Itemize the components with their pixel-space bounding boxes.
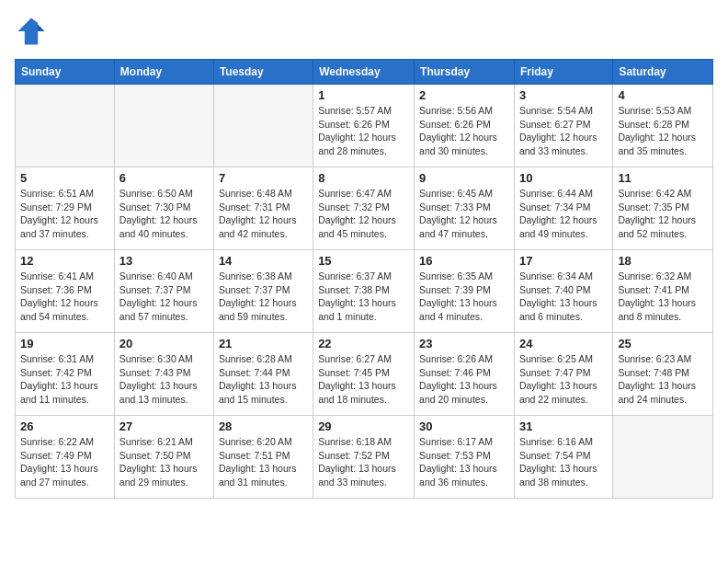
day-number: 8 [318, 171, 409, 185]
day-info: Sunrise: 6:20 AM Sunset: 7:51 PM Dayligh… [219, 435, 308, 489]
day-info: Sunrise: 6:47 AM Sunset: 7:32 PM Dayligh… [318, 187, 409, 241]
day-number: 31 [519, 419, 608, 433]
day-number: 5 [20, 171, 109, 185]
calendar-cell: 22Sunrise: 6:27 AM Sunset: 7:45 PM Dayli… [313, 333, 415, 416]
calendar-cell [114, 85, 213, 167]
calendar-cell: 31Sunrise: 6:16 AM Sunset: 7:54 PM Dayli… [514, 416, 612, 499]
calendar-cell: 7Sunrise: 6:48 AM Sunset: 7:31 PM Daylig… [213, 167, 313, 250]
day-number: 3 [519, 88, 608, 102]
calendar-cell: 2Sunrise: 5:56 AM Sunset: 6:26 PM Daylig… [415, 85, 515, 167]
calendar-cell: 29Sunrise: 6:18 AM Sunset: 7:52 PM Dayli… [313, 416, 415, 499]
day-info: Sunrise: 6:30 AM Sunset: 7:43 PM Dayligh… [119, 352, 209, 407]
day-info: Sunrise: 6:26 AM Sunset: 7:46 PM Dayligh… [419, 352, 509, 407]
calendar-cell: 5Sunrise: 6:51 AM Sunset: 7:29 PM Daylig… [16, 167, 115, 250]
day-number: 26 [20, 419, 109, 433]
day-info: Sunrise: 5:54 AM Sunset: 6:27 PM Dayligh… [519, 104, 608, 158]
day-info: Sunrise: 6:16 AM Sunset: 7:54 PM Dayligh… [519, 435, 608, 489]
day-info: Sunrise: 6:35 AM Sunset: 7:39 PM Dayligh… [419, 270, 509, 324]
day-info: Sunrise: 6:32 AM Sunset: 7:41 PM Dayligh… [618, 270, 708, 324]
header-sunday: Sunday [16, 60, 115, 85]
day-number: 24 [519, 337, 608, 350]
day-info: Sunrise: 6:27 AM Sunset: 7:45 PM Dayligh… [318, 352, 409, 407]
header-friday: Friday [514, 60, 612, 85]
day-info: Sunrise: 6:17 AM Sunset: 7:53 PM Dayligh… [419, 435, 509, 489]
calendar-cell: 9Sunrise: 6:45 AM Sunset: 7:33 PM Daylig… [415, 167, 515, 250]
logo [15, 15, 51, 48]
header-tuesday: Tuesday [213, 60, 313, 85]
calendar-cell: 17Sunrise: 6:34 AM Sunset: 7:40 PM Dayli… [514, 250, 612, 333]
calendar-cell: 30Sunrise: 6:17 AM Sunset: 7:53 PM Dayli… [415, 416, 515, 499]
day-info: Sunrise: 6:50 AM Sunset: 7:30 PM Dayligh… [119, 187, 209, 241]
day-info: Sunrise: 6:31 AM Sunset: 7:42 PM Dayligh… [20, 352, 109, 407]
day-number: 1 [318, 88, 409, 102]
day-number: 17 [519, 254, 608, 268]
header-thursday: Thursday [415, 60, 515, 85]
day-number: 30 [419, 419, 509, 433]
week-row-3: 19Sunrise: 6:31 AM Sunset: 7:42 PM Dayli… [16, 333, 713, 416]
day-number: 28 [219, 419, 308, 433]
day-number: 2 [419, 88, 509, 102]
calendar-cell: 21Sunrise: 6:28 AM Sunset: 7:44 PM Dayli… [213, 333, 313, 416]
day-number: 9 [419, 171, 509, 185]
calendar-cell: 3Sunrise: 5:54 AM Sunset: 6:27 PM Daylig… [514, 85, 612, 167]
day-info: Sunrise: 6:40 AM Sunset: 7:37 PM Dayligh… [119, 270, 209, 324]
day-number: 29 [318, 419, 409, 433]
calendar-cell [613, 416, 713, 499]
day-number: 15 [318, 254, 409, 268]
logo-icon [15, 15, 48, 48]
header-monday: Monday [114, 60, 213, 85]
day-info: Sunrise: 6:38 AM Sunset: 7:37 PM Dayligh… [219, 270, 308, 324]
day-info: Sunrise: 6:25 AM Sunset: 7:47 PM Dayligh… [519, 352, 608, 407]
day-info: Sunrise: 6:37 AM Sunset: 7:38 PM Dayligh… [318, 270, 409, 324]
day-info: Sunrise: 5:56 AM Sunset: 6:26 PM Dayligh… [419, 104, 509, 158]
day-number: 6 [119, 171, 209, 185]
day-number: 22 [318, 337, 409, 350]
week-row-4: 26Sunrise: 6:22 AM Sunset: 7:49 PM Dayli… [16, 416, 713, 499]
calendar-cell: 18Sunrise: 6:32 AM Sunset: 7:41 PM Dayli… [613, 250, 713, 333]
day-info: Sunrise: 5:53 AM Sunset: 6:28 PM Dayligh… [618, 104, 708, 158]
calendar-cell: 13Sunrise: 6:40 AM Sunset: 7:37 PM Dayli… [114, 250, 213, 333]
day-info: Sunrise: 6:21 AM Sunset: 7:50 PM Dayligh… [119, 435, 209, 489]
day-number: 13 [119, 254, 209, 268]
calendar-cell: 4Sunrise: 5:53 AM Sunset: 6:28 PM Daylig… [613, 85, 713, 167]
week-row-1: 5Sunrise: 6:51 AM Sunset: 7:29 PM Daylig… [16, 167, 713, 250]
calendar-cell [213, 85, 313, 167]
calendar-header-row: SundayMondayTuesdayWednesdayThursdayFrid… [16, 60, 713, 85]
day-number: 12 [20, 254, 109, 268]
day-info: Sunrise: 6:41 AM Sunset: 7:36 PM Dayligh… [20, 270, 109, 324]
day-info: Sunrise: 5:57 AM Sunset: 6:26 PM Dayligh… [318, 104, 409, 158]
calendar-cell: 16Sunrise: 6:35 AM Sunset: 7:39 PM Dayli… [415, 250, 515, 333]
day-number: 11 [618, 171, 708, 185]
day-info: Sunrise: 6:51 AM Sunset: 7:29 PM Dayligh… [20, 187, 109, 241]
day-number: 25 [618, 337, 708, 350]
calendar-cell: 12Sunrise: 6:41 AM Sunset: 7:36 PM Dayli… [16, 250, 115, 333]
calendar-cell: 10Sunrise: 6:44 AM Sunset: 7:34 PM Dayli… [514, 167, 612, 250]
day-info: Sunrise: 6:42 AM Sunset: 7:35 PM Dayligh… [618, 187, 708, 241]
header-wednesday: Wednesday [313, 60, 415, 85]
calendar: SundayMondayTuesdayWednesdayThursdayFrid… [15, 59, 713, 499]
calendar-cell: 6Sunrise: 6:50 AM Sunset: 7:30 PM Daylig… [114, 167, 213, 250]
day-number: 16 [419, 254, 509, 268]
day-number: 18 [618, 254, 708, 268]
day-number: 19 [20, 337, 109, 350]
day-number: 27 [119, 419, 209, 433]
calendar-cell: 20Sunrise: 6:30 AM Sunset: 7:43 PM Dayli… [114, 333, 213, 416]
day-number: 14 [219, 254, 308, 268]
calendar-cell: 23Sunrise: 6:26 AM Sunset: 7:46 PM Dayli… [415, 333, 515, 416]
calendar-cell: 26Sunrise: 6:22 AM Sunset: 7:49 PM Dayli… [16, 416, 115, 499]
calendar-cell: 14Sunrise: 6:38 AM Sunset: 7:37 PM Dayli… [213, 250, 313, 333]
day-number: 7 [219, 171, 308, 185]
week-row-2: 12Sunrise: 6:41 AM Sunset: 7:36 PM Dayli… [16, 250, 713, 333]
calendar-cell: 11Sunrise: 6:42 AM Sunset: 7:35 PM Dayli… [613, 167, 713, 250]
day-info: Sunrise: 6:23 AM Sunset: 7:48 PM Dayligh… [618, 352, 708, 407]
day-info: Sunrise: 6:48 AM Sunset: 7:31 PM Dayligh… [219, 187, 308, 241]
day-number: 4 [618, 88, 708, 102]
day-info: Sunrise: 6:22 AM Sunset: 7:49 PM Dayligh… [20, 435, 109, 489]
day-number: 10 [519, 171, 608, 185]
calendar-cell: 28Sunrise: 6:20 AM Sunset: 7:51 PM Dayli… [213, 416, 313, 499]
calendar-cell: 25Sunrise: 6:23 AM Sunset: 7:48 PM Dayli… [613, 333, 713, 416]
day-info: Sunrise: 6:45 AM Sunset: 7:33 PM Dayligh… [419, 187, 509, 241]
calendar-cell: 1Sunrise: 5:57 AM Sunset: 6:26 PM Daylig… [313, 85, 415, 167]
day-info: Sunrise: 6:18 AM Sunset: 7:52 PM Dayligh… [318, 435, 409, 489]
calendar-cell: 8Sunrise: 6:47 AM Sunset: 7:32 PM Daylig… [313, 167, 415, 250]
